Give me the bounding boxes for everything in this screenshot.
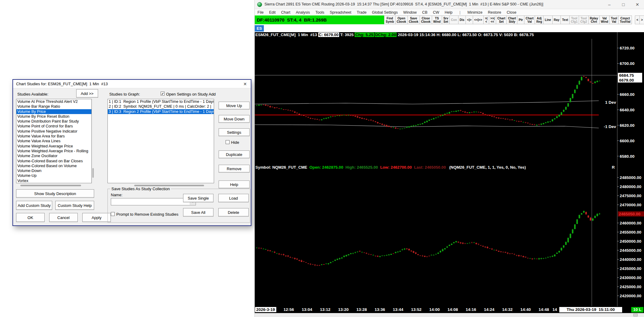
remove-button[interactable]: Remove: [219, 165, 250, 173]
delete-button[interactable]: Delete: [218, 208, 249, 217]
menu-tools[interactable]: Tools: [313, 10, 327, 15]
menu-trade[interactable]: Trade: [354, 10, 369, 15]
study-list-item[interactable]: Volume-Colored Based on Volume: [16, 164, 91, 168]
study-list-item[interactable]: Vortex: [16, 178, 91, 183]
help-button[interactable]: Help: [219, 180, 250, 188]
toolbar-ray[interactable]: Ray: [553, 15, 561, 24]
toolbar->[interactable]: >: [640, 15, 644, 24]
toolbar-chart-stdy[interactable]: Chart Stdy: [507, 15, 517, 24]
toolbar-tool-val[interactable]: Tool Val: [610, 15, 618, 24]
studies-to-graph-list[interactable]: 1 | ID:1 Region 1 Profile (VbP StartTime…: [107, 99, 214, 183]
toolbar-cmpct-toolval[interactable]: Cmpct ToolVal: [618, 15, 632, 24]
hide-checkbox[interactable]: [226, 140, 230, 144]
toolbar-ptr[interactable]: Ptr: [517, 15, 524, 24]
toolbar-con[interactable]: Con: [450, 15, 458, 24]
load-button[interactable]: Load: [218, 194, 249, 202]
studies-available-list[interactable]: Volume At Price Threshold Alert V2Volume…: [16, 99, 92, 183]
menu-file[interactable]: File: [255, 10, 266, 15]
region-resize-marker[interactable]: R: [612, 165, 615, 170]
toolbar-val-wind[interactable]: Val Wind: [600, 15, 610, 24]
toolbar-<<|>>[interactable]: <<|>>: [473, 15, 484, 24]
toolbar-<[interactable]: <: [635, 15, 640, 24]
toolbar-ts-wind[interactable]: TS Wind: [432, 15, 442, 24]
study-list-item[interactable]: Volume By Price: [16, 109, 91, 114]
menu-edit[interactable]: Edit: [266, 10, 278, 15]
graph-list-hscroll[interactable]: [134, 185, 204, 186]
study-list-item[interactable]: Volume-Up: [16, 173, 91, 178]
available-list-scrollbar[interactable]: [92, 99, 94, 183]
maximize-button[interactable]: □: [616, 0, 630, 9]
study-list-item[interactable]: Volume Zone Oscillator: [16, 153, 91, 158]
add-study-button[interactable]: Add >>: [76, 89, 98, 98]
settings-button[interactable]: Settings: [219, 128, 250, 136]
dialog-title-bar[interactable]: Chart Studies for: ESM26_FUT_CME[M] 1 Mi…: [13, 80, 251, 88]
toolbar->>|<<[interactable]: >>|<<: [489, 15, 496, 24]
menu-global-settings[interactable]: Global Settings: [369, 10, 400, 15]
toolbar-find-symb[interactable]: Find Symb: [384, 15, 395, 24]
toolbar-<|>[interactable]: <|>: [466, 15, 473, 24]
menu-cb[interactable]: CB: [419, 10, 430, 15]
menu-minimize[interactable]: Minimize: [465, 10, 485, 15]
move-down-button[interactable]: Move Down: [219, 115, 250, 123]
add-custom-study-button[interactable]: Add Custom Study: [16, 201, 52, 210]
menu-spreadsheet[interactable]: Spreadsheet: [327, 10, 354, 15]
menu-restore[interactable]: Restore: [485, 10, 504, 15]
move-up-button[interactable]: Move Up: [219, 102, 250, 110]
show-study-description-button[interactable]: Show Study Description: [16, 189, 94, 198]
menu-close[interactable]: Close: [504, 10, 519, 15]
toolbar-adj-reg[interactable]: Adj Reg: [535, 15, 543, 24]
toolbar-open-cbook[interactable]: Open Cbook: [396, 15, 408, 24]
toolbar-save-cbook[interactable]: Save Cbook: [408, 15, 420, 24]
open-settings-label: Open Settings on Study Add: [166, 92, 216, 96]
graphed-study-item[interactable]: 3 | ID:3 Region 2 Profile (VbP StartTime…: [108, 109, 214, 114]
study-list-item[interactable]: Volume-Colored Based on Bar Closes: [16, 159, 91, 164]
graphed-study-item[interactable]: 1 | ID:1 Region 1 Profile (VbP StartTime…: [108, 99, 214, 104]
study-list-item[interactable]: Volume By Price Reset Button: [16, 114, 91, 119]
toolbar-srv-set[interactable]: Srv Set: [442, 15, 450, 24]
study-list-item[interactable]: Volume At Price Threshold Alert V2: [16, 99, 91, 104]
toolbar-chart-val[interactable]: Chart Val: [524, 15, 535, 24]
toolbar-close-cbook[interactable]: Close Cbook: [420, 15, 432, 24]
menu-analysis[interactable]: Analysis: [293, 10, 313, 15]
study-list-item[interactable]: Volume Distribution Paint Bar Study: [16, 119, 91, 124]
save-all-button[interactable]: Save All: [183, 208, 213, 217]
study-list-item[interactable]: Volume Value Area Lines: [16, 139, 91, 143]
ok-button[interactable]: OK: [16, 213, 45, 222]
toolbar-chart-set[interactable]: Chart Set: [496, 15, 507, 24]
menu-window[interactable]: Window: [400, 10, 419, 15]
study-list-item[interactable]: Volume Bar Range Ratio: [16, 104, 91, 109]
menu-cw[interactable]: CW: [430, 10, 442, 15]
chart-area[interactable]: 1 Dev-1 Dev6720.006700.006660.006640.006…: [255, 32, 644, 313]
close-button[interactable]: ✕: [630, 0, 644, 9]
menu-chart[interactable]: Chart: [278, 10, 293, 15]
toolbar-dis[interactable]: Dis: [458, 15, 466, 24]
cancel-button[interactable]: Cancel: [49, 213, 78, 222]
tab-es-chart[interactable]: ES: [255, 25, 264, 32]
time-axis-label: 13:12: [320, 307, 331, 312]
open-settings-checkbox[interactable]: ✓: [161, 92, 165, 96]
study-list-item[interactable]: Volume Weighted Average Price - Rolling: [16, 149, 91, 153]
dialog-close-icon[interactable]: ✕: [242, 81, 248, 87]
toolbar-line[interactable]: Line: [543, 15, 553, 24]
prompt-remove-checkbox[interactable]: [111, 212, 115, 216]
toolbar-rplay-chrt[interactable]: Rplay Chrt: [589, 15, 600, 24]
duplicate-button[interactable]: Duplicate: [219, 150, 250, 158]
graphed-study-item[interactable]: 2 | ID:2 Symbol: NQM26_FUT_CME | 0 ms | …: [108, 104, 214, 109]
custom-study-help-button[interactable]: Custom Study Help: [55, 201, 94, 210]
save-single-button[interactable]: Save Single: [183, 194, 213, 202]
study-list-item[interactable]: Volume Point of Control for Bars: [16, 124, 91, 129]
toolbar->|<[interactable]: >|<: [484, 15, 489, 24]
study-list-item[interactable]: Volume Value Area for Bars: [16, 134, 91, 139]
toolbar-tool-cfg2[interactable]: Tool Cfg2: [579, 15, 588, 24]
minimize-button[interactable]: –: [602, 0, 616, 9]
study-list-item[interactable]: Volume-Down: [16, 168, 91, 173]
toolbar-text[interactable]: Text: [561, 15, 570, 24]
available-list-hscroll[interactable]: [20, 185, 81, 186]
header-segment: C: 6679.00: [318, 32, 339, 37]
menu-help[interactable]: Help: [442, 10, 455, 15]
study-list-item[interactable]: Volume Positive Negative Indicator: [16, 129, 91, 134]
resize-grip[interactable]: [633, 314, 638, 316]
toolbar-tool-cfg1[interactable]: Tool Cfg1: [570, 15, 579, 24]
study-list-item[interactable]: Volume Weighted Average Price: [16, 144, 91, 149]
apply-button[interactable]: Apply: [82, 213, 111, 222]
